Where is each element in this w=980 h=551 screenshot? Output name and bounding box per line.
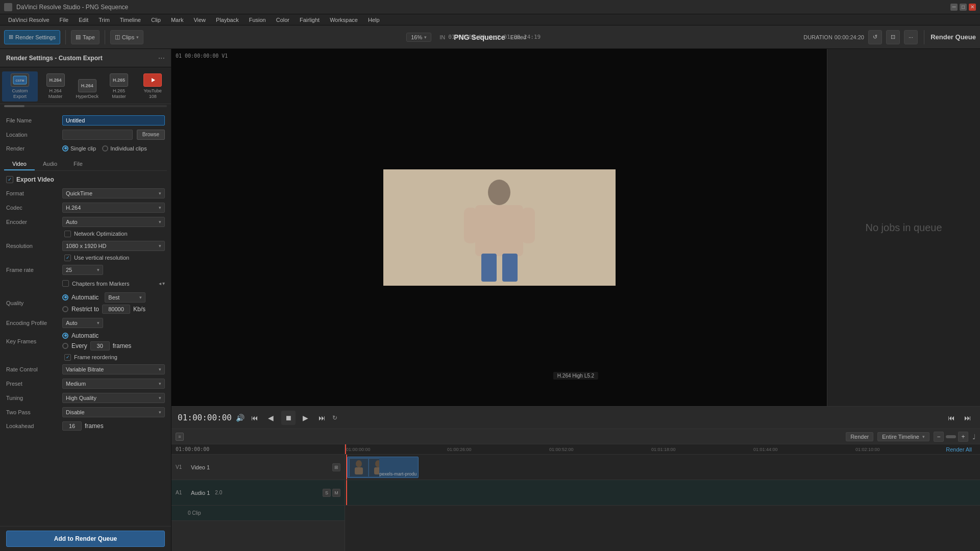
frame-reordering-checkbox[interactable] xyxy=(64,354,71,361)
zoom-control[interactable]: 16% ▾ xyxy=(406,33,431,42)
panel-options-button[interactable]: ··· xyxy=(158,54,165,63)
file-name-label: File Name xyxy=(6,117,62,123)
menu-mark[interactable]: Mark xyxy=(167,16,187,24)
network-opt-label: Network Optimization xyxy=(74,231,128,237)
zoom-in-button[interactable]: + xyxy=(958,432,968,442)
v1-grid-icon[interactable]: ⊞ xyxy=(332,463,340,471)
export-video-section[interactable]: Export Video xyxy=(0,173,171,186)
prev-frame-button[interactable]: ◀ xyxy=(265,412,277,424)
menu-trim[interactable]: Trim xyxy=(94,16,114,24)
tuning-select[interactable]: High Quality ▾ xyxy=(62,393,165,403)
location-input[interactable] xyxy=(62,130,133,140)
menu-color[interactable]: Color xyxy=(272,16,293,24)
key-frames-every-radio[interactable] xyxy=(62,343,68,349)
menu-workspace[interactable]: Workspace xyxy=(326,16,362,24)
stop-button[interactable]: ⏹ xyxy=(281,411,296,425)
preset-h265[interactable]: H.265 H.265 Master xyxy=(103,71,136,102)
tab-video[interactable]: Video xyxy=(4,158,35,170)
audio-icon[interactable]: ♩ xyxy=(972,433,976,441)
menu-timeline[interactable]: Timeline xyxy=(116,16,145,24)
video-clip-1[interactable]: pexels-mart-production-9558198 ... xyxy=(347,457,419,478)
render-dropdown[interactable]: Render xyxy=(846,432,873,441)
loop-icon[interactable]: ↻ xyxy=(332,414,337,421)
rate-control-select[interactable]: Variable Bitrate ▾ xyxy=(62,364,165,374)
chapters-arrows[interactable]: ◂ ▾ xyxy=(159,281,165,286)
browse-button[interactable]: Browse xyxy=(137,130,165,140)
key-frames-auto-radio[interactable] xyxy=(62,333,68,339)
tab-file[interactable]: File xyxy=(65,158,91,170)
volume-icon[interactable]: 🔊 xyxy=(236,414,244,422)
encoder-select[interactable]: Auto ▾ xyxy=(62,217,165,227)
window-controls[interactable]: ─ □ ✕ xyxy=(950,4,976,11)
quality-best-select[interactable]: Best ▾ xyxy=(105,292,145,303)
preset-select[interactable]: Medium ▾ xyxy=(62,379,165,389)
more-button[interactable]: ··· xyxy=(904,30,918,44)
restrict-value-input[interactable] xyxy=(102,305,130,314)
menu-edit[interactable]: Edit xyxy=(75,16,92,24)
frame-rate-select[interactable]: 25 ▾ xyxy=(62,265,103,275)
clip-thumb-2 xyxy=(369,458,379,477)
menu-help[interactable]: Help xyxy=(364,16,384,24)
add-to-render-queue-button[interactable]: Add to Render Queue xyxy=(6,531,165,547)
vertical-res-checkbox[interactable] xyxy=(64,255,71,261)
a1-s-button[interactable]: S xyxy=(323,489,331,497)
menu-view[interactable]: View xyxy=(189,16,210,24)
resolution-chevron: ▾ xyxy=(159,243,161,248)
tuning-chevron: ▾ xyxy=(159,395,161,400)
preview-area: 01 00:00:00:00 V1 xyxy=(172,49,980,406)
menu-fairlight[interactable]: Fairlight xyxy=(296,16,324,24)
close-button[interactable]: ✕ xyxy=(969,4,976,11)
tape-button[interactable]: ▤ Tape xyxy=(71,30,100,44)
tab-audio[interactable]: Audio xyxy=(35,158,65,170)
timeline-view-icon[interactable]: ≡ xyxy=(176,433,184,441)
single-clip-radio[interactable]: Single clip xyxy=(62,145,96,152)
render-all-button[interactable]: Render All xyxy=(946,446,972,453)
zoom-slider[interactable] xyxy=(946,435,956,438)
v1-track-lane[interactable]: pexels-mart-production-9558198 ... xyxy=(345,455,980,480)
two-pass-select[interactable]: Disable ▾ xyxy=(62,407,165,417)
encoding-profile-select[interactable]: Auto ▾ xyxy=(62,318,103,328)
ruler-mark-5: 01:02:10:00 xyxy=(855,447,880,452)
menu-fusion[interactable]: Fusion xyxy=(245,16,270,24)
presets-slider[interactable] xyxy=(4,105,167,107)
menu-playback[interactable]: Playback xyxy=(212,16,243,24)
preset-h264-master[interactable]: H.264 H.264 Master xyxy=(39,71,72,102)
menu-clip[interactable]: Clip xyxy=(147,16,165,24)
encoding-profile-label: Encoding Profile xyxy=(6,320,62,326)
maximize-button[interactable]: □ xyxy=(960,4,967,11)
menu-file[interactable]: File xyxy=(56,16,73,24)
play-button[interactable]: ▶ xyxy=(300,412,312,424)
skip-to-start-button[interactable]: ⏮ xyxy=(249,412,261,424)
chapters-checkbox[interactable] xyxy=(62,280,69,287)
next-clip-button[interactable]: ⏭ xyxy=(962,412,974,424)
a1-m-button[interactable]: M xyxy=(332,489,340,497)
individual-clips-radio[interactable]: Individual clips xyxy=(102,145,147,152)
quality-label: Quality xyxy=(6,300,62,306)
media-pool-button[interactable]: ⊞ Render Settings xyxy=(4,30,60,44)
quality-restrict-radio[interactable] xyxy=(62,306,68,312)
preset-hyperdeck[interactable]: H.264 HyperDeck xyxy=(73,77,102,102)
timeline-toolbar: ≡ Render Entire Timeline ▾ − + xyxy=(172,429,980,444)
clips-button[interactable]: ◫ Clips ▾ xyxy=(110,30,143,44)
key-frames-value-input[interactable] xyxy=(90,341,110,350)
codec-select[interactable]: H.264 ▾ xyxy=(62,203,165,213)
menu-davinci[interactable]: DaVinci Resolve xyxy=(4,16,54,24)
entire-timeline-dropdown[interactable]: Entire Timeline ▾ xyxy=(877,432,929,441)
export-video-checkbox[interactable] xyxy=(6,176,13,183)
v1-label: V1 xyxy=(176,464,188,470)
network-opt-checkbox[interactable] xyxy=(64,231,71,237)
format-select[interactable]: QuickTime ▾ xyxy=(62,188,165,198)
resolution-select[interactable]: 551 x 980 HD ▾ xyxy=(62,241,165,251)
file-name-input[interactable] xyxy=(62,115,165,126)
refresh-button[interactable]: ↺ xyxy=(868,30,882,44)
a1-track-lane[interactable] xyxy=(345,480,980,506)
layout-button[interactable]: ⊡ xyxy=(886,30,900,44)
preset-youtube[interactable]: YouTube 108 xyxy=(136,71,169,102)
minimize-button[interactable]: ─ xyxy=(950,4,958,11)
preset-custom[interactable]: CSTM Custom Export xyxy=(2,71,38,102)
lookahead-value-input[interactable] xyxy=(62,421,82,431)
prev-clip-button[interactable]: ⏮ xyxy=(945,412,958,424)
zoom-out-button[interactable]: − xyxy=(934,432,944,442)
skip-to-end-button[interactable]: ⏭ xyxy=(316,412,328,424)
quality-auto-radio[interactable] xyxy=(62,294,68,300)
